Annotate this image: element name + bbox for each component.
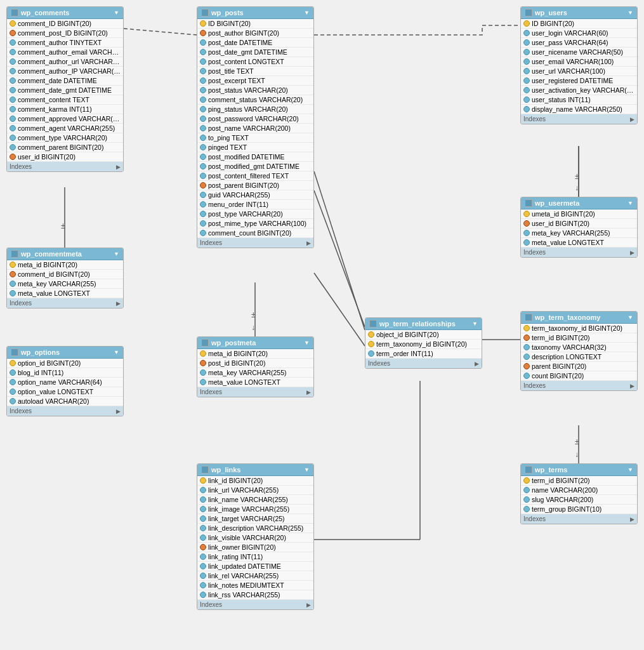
- dropdown-arrow[interactable]: ▼: [628, 200, 633, 206]
- dropdown-arrow[interactable]: ▼: [628, 467, 633, 473]
- dropdown-arrow[interactable]: ▼: [304, 10, 310, 16]
- table-title: wp_postmeta: [211, 339, 256, 347]
- table-header-wp_usermeta[interactable]: wp_usermeta▼: [521, 197, 637, 209]
- field-text: user_nicename VARCHAR(50): [532, 48, 623, 56]
- field-icon: [10, 144, 16, 150]
- table-title: wp_usermeta: [535, 199, 579, 207]
- table-footer-wp_posts[interactable]: Indexes▶: [197, 238, 313, 248]
- table-header-wp_postmeta[interactable]: wp_postmeta▼: [197, 337, 313, 349]
- dropdown-arrow[interactable]: ▼: [628, 314, 633, 321]
- table-wp_links[interactable]: wp_links▼link_id BIGINT(20)link_url VARC…: [197, 463, 314, 610]
- field-text: comment_id BIGINT(20): [18, 270, 90, 278]
- footer-arrow[interactable]: ▶: [306, 240, 311, 246]
- table-row: option_id BIGINT(20): [7, 359, 123, 368]
- table-header-wp_comments[interactable]: wp_comments▼: [7, 7, 123, 19]
- table-row: user_email VARCHAR(100): [521, 57, 637, 67]
- table-wp_usermeta[interactable]: wp_usermeta▼umeta_id BIGINT(20)user_id B…: [520, 197, 638, 258]
- table-row: comment_parent BIGINT(20): [7, 143, 123, 152]
- table-row: link_rss VARCHAR(255): [197, 590, 313, 600]
- table-wp_comments[interactable]: wp_comments▼comment_ID BIGINT(20)comment…: [6, 6, 124, 172]
- table-row: blog_id INT(11): [7, 368, 123, 378]
- table-wp_postmeta[interactable]: wp_postmeta▼meta_id BIGINT(20)post_id BI…: [197, 336, 314, 397]
- table-icon: [11, 250, 18, 258]
- field-icon: [200, 77, 206, 84]
- field-icon: [523, 373, 530, 379]
- table-wp_term_relationships[interactable]: wp_term_relationships▼object_id BIGINT(2…: [365, 317, 482, 369]
- field-icon: [10, 125, 16, 131]
- table-icon: [201, 466, 209, 474]
- field-icon: [200, 534, 206, 541]
- footer-arrow[interactable]: ▶: [630, 516, 634, 522]
- footer-arrow[interactable]: ▶: [630, 383, 634, 389]
- footer-arrow[interactable]: ▶: [116, 408, 121, 415]
- field-text: comment_date_gmt DATETIME: [18, 86, 112, 94]
- table-wp_posts[interactable]: wp_posts▼ID BIGINT(20)post_author BIGINT…: [197, 6, 314, 248]
- table-row: option_value LONGTEXT: [7, 387, 123, 397]
- table-wp_options[interactable]: wp_options▼option_id BIGINT(20)blog_id I…: [6, 346, 124, 416]
- table-footer-wp_options[interactable]: Indexes▶: [7, 406, 123, 416]
- table-wp_term_taxonomy[interactable]: wp_term_taxonomy▼term_taxonomy_id BIGINT…: [520, 311, 638, 391]
- table-row: taxonomy VARCHAR(32): [521, 343, 637, 352]
- footer-arrow[interactable]: ▶: [306, 389, 311, 395]
- field-text: link_visible VARCHAR(20): [208, 534, 286, 541]
- field-text: comment_agent VARCHAR(255): [18, 124, 115, 132]
- table-header-wp_links[interactable]: wp_links▼: [197, 464, 313, 476]
- dropdown-arrow[interactable]: ▼: [114, 10, 119, 16]
- table-footer-wp_terms[interactable]: Indexes▶: [521, 514, 637, 524]
- table-wp_users[interactable]: wp_users▼ID BIGINT(20)user_login VARCHAR…: [520, 6, 638, 124]
- table-footer-wp_users[interactable]: Indexes▶: [521, 114, 637, 124]
- dropdown-arrow[interactable]: ▼: [114, 349, 119, 355]
- table-row: post_modified_gmt DATETIME: [197, 162, 313, 171]
- table-footer-wp_usermeta[interactable]: Indexes▶: [521, 248, 637, 257]
- table-row: post_name VARCHAR(200): [197, 124, 313, 133]
- dropdown-arrow[interactable]: ▼: [628, 10, 633, 16]
- field-icon: [523, 239, 530, 246]
- footer-indexes-label: Indexes: [200, 601, 222, 608]
- table-row: guid VARCHAR(255): [197, 190, 313, 200]
- field-text: option_name VARCHAR(64): [18, 378, 102, 386]
- footer-arrow[interactable]: ▶: [475, 361, 479, 367]
- table-row: link_visible VARCHAR(20): [197, 533, 313, 543]
- table-footer-wp_commentmeta[interactable]: Indexes▶: [7, 298, 123, 308]
- table-footer-wp_links[interactable]: Indexes▶: [197, 600, 313, 609]
- field-icon: [200, 96, 206, 103]
- table-header-wp_commentmeta[interactable]: wp_commentmeta▼: [7, 248, 123, 260]
- svg-text:±: ±: [575, 172, 579, 181]
- dropdown-arrow[interactable]: ▼: [114, 251, 119, 257]
- svg-line-0: [124, 29, 197, 35]
- field-text: post_modified_gmt DATETIME: [208, 162, 299, 170]
- table-footer-wp_term_relationships[interactable]: Indexes▶: [365, 359, 482, 368]
- dropdown-arrow[interactable]: ▼: [472, 321, 478, 327]
- table-header-wp_term_relationships[interactable]: wp_term_relationships▼: [365, 318, 482, 330]
- table-row: count BIGINT(20): [521, 371, 637, 381]
- field-icon: [10, 281, 16, 287]
- table-wp_terms[interactable]: wp_terms▼term_id BIGINT(20)name VARCHAR(…: [520, 463, 638, 524]
- table-footer-wp_postmeta[interactable]: Indexes▶: [197, 387, 313, 397]
- table-header-wp_posts[interactable]: wp_posts▼: [197, 7, 313, 19]
- table-header-wp_term_taxonomy[interactable]: wp_term_taxonomy▼: [521, 312, 637, 324]
- field-text: object_id BIGINT(20): [376, 331, 439, 338]
- table-header-wp_options[interactable]: wp_options▼: [7, 347, 123, 359]
- table-row: post_status VARCHAR(20): [197, 86, 313, 95]
- table-icon: [11, 348, 18, 356]
- key-icon: [200, 477, 206, 484]
- field-icon: [200, 554, 206, 560]
- footer-arrow[interactable]: ▶: [630, 116, 634, 123]
- table-footer-wp_comments[interactable]: Indexes▶: [7, 162, 123, 171]
- table-header-wp_terms[interactable]: wp_terms▼: [521, 464, 637, 476]
- table-row: comment_id BIGINT(20): [7, 270, 123, 279]
- field-icon: [200, 525, 206, 531]
- field-icon: [200, 49, 206, 55]
- table-wp_commentmeta[interactable]: wp_commentmeta▼meta_id BIGINT(20)comment…: [6, 248, 124, 308]
- footer-arrow[interactable]: ▶: [630, 249, 634, 256]
- dropdown-arrow[interactable]: ▼: [304, 467, 310, 473]
- dropdown-arrow[interactable]: ▼: [304, 340, 310, 346]
- footer-arrow[interactable]: ▶: [116, 300, 121, 307]
- table-footer-wp_term_taxonomy[interactable]: Indexes▶: [521, 381, 637, 390]
- table-row: comment_status VARCHAR(20): [197, 95, 313, 105]
- table-header-wp_users[interactable]: wp_users▼: [521, 7, 637, 19]
- footer-arrow[interactable]: ▶: [306, 602, 311, 608]
- footer-arrow[interactable]: ▶: [116, 164, 121, 170]
- svg-text:±: ±: [61, 222, 65, 230]
- key-icon: [200, 350, 206, 357]
